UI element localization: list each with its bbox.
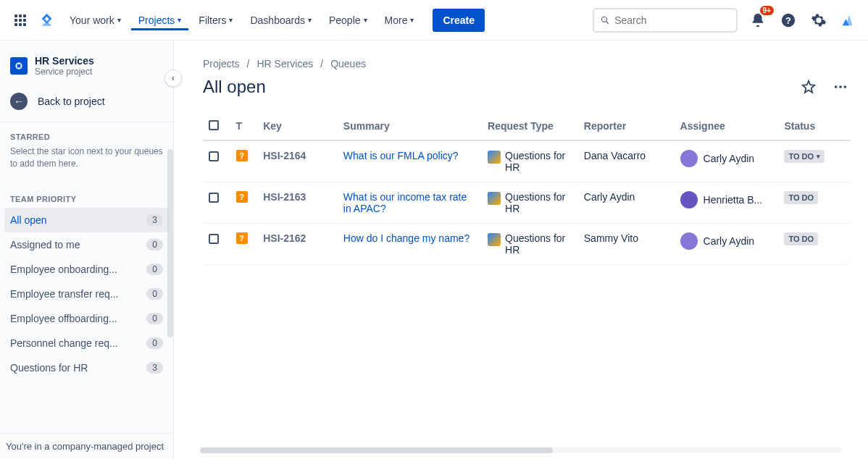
issue-summary-link[interactable]: What is our FMLA policy?: [343, 150, 459, 161]
sidebar: ‹ HR Services Service project ← Back to …: [0, 41, 174, 459]
queue-count: 0: [146, 337, 163, 349]
assignee-cell: Carly Aydin: [680, 232, 773, 250]
assignee-name: Carly Aydin: [704, 153, 755, 164]
reporter-name: Sammy Vito: [584, 232, 638, 244]
scrollbar-thumb[interactable]: [200, 447, 553, 453]
issue-summary-link[interactable]: How do I change my name?: [343, 232, 470, 244]
column-header-status[interactable]: Status: [778, 114, 851, 140]
search-box[interactable]: [593, 8, 738, 33]
star-button[interactable]: [798, 77, 819, 97]
table-row[interactable]: ?HSI-2162How do I change my name?Questio…: [203, 224, 851, 265]
queue-employee-offboarding[interactable]: Employee offboarding... 0: [0, 306, 173, 331]
back-to-project-button[interactable]: ← Back to project: [0, 85, 173, 122]
starred-section-title: STARRED: [0, 122, 173, 146]
arrow-left-icon: ←: [10, 93, 28, 110]
nav-people[interactable]: People ▾: [322, 10, 375, 30]
column-header-request-type[interactable]: Request Type: [482, 114, 578, 140]
nav-dashboards[interactable]: Dashboards ▾: [243, 10, 319, 30]
chevron-down-icon: ▾: [817, 153, 820, 160]
gear-icon: [811, 12, 827, 28]
page-header: All open: [203, 77, 851, 97]
issue-key[interactable]: HSI-2162: [263, 232, 306, 244]
sidebar-scrollbar[interactable]: [167, 149, 173, 337]
status-lozenge[interactable]: TO DO: [784, 191, 818, 204]
row-checkbox[interactable]: [209, 234, 219, 244]
column-header-reporter[interactable]: Reporter: [578, 114, 675, 140]
chevron-down-icon: ▾: [178, 16, 181, 24]
nav-projects[interactable]: Projects ▾: [131, 10, 189, 30]
queue-label: Questions for HR: [10, 362, 88, 374]
project-type: Service project: [35, 67, 94, 77]
queue-count: 0: [146, 288, 163, 300]
row-checkbox[interactable]: [209, 193, 219, 203]
request-type: Questions for HR: [488, 191, 572, 214]
help-button[interactable]: ?: [778, 10, 798, 30]
nav-more[interactable]: More ▾: [377, 10, 422, 30]
select-all-checkbox[interactable]: [209, 120, 219, 130]
svg-point-0: [601, 17, 606, 22]
svg-point-8: [844, 85, 847, 88]
nav-your-work[interactable]: Your work ▾: [62, 10, 128, 30]
breadcrumb-separator: /: [320, 58, 323, 70]
avatar: [680, 150, 698, 167]
chevron-down-icon: ▾: [117, 16, 121, 24]
nav-filters[interactable]: Filters ▾: [191, 10, 240, 30]
more-actions-button[interactable]: [830, 77, 851, 97]
queue-employee-transfer[interactable]: Employee transfer req... 0: [0, 282, 173, 306]
queue-table: T Key Summary Request Type Reporter Assi…: [203, 114, 851, 265]
svg-line-1: [606, 21, 609, 23]
create-button[interactable]: Create: [433, 9, 485, 32]
reporter-name: Carly Aydin: [584, 191, 635, 203]
issue-key[interactable]: HSI-2164: [263, 150, 306, 161]
jira-logo-icon[interactable]: [39, 12, 55, 28]
queue-all-open[interactable]: All open 3: [4, 208, 169, 232]
queue-count: 0: [146, 239, 163, 250]
more-horizontal-icon: [832, 79, 848, 95]
atlassian-button[interactable]: [839, 10, 859, 30]
column-header-type[interactable]: T: [230, 114, 258, 140]
request-type-icon: [488, 233, 501, 246]
horizontal-scrollbar[interactable]: [200, 447, 842, 453]
queue-count: 0: [146, 313, 163, 324]
table-header-row: T Key Summary Request Type Reporter Assi…: [203, 114, 851, 140]
team-priority-title: TEAM PRIORITY: [0, 185, 173, 208]
breadcrumb-projects[interactable]: Projects: [203, 58, 240, 70]
column-header-key[interactable]: Key: [257, 114, 338, 140]
search-input[interactable]: [614, 14, 730, 26]
issue-summary-link[interactable]: What is our income tax rate in APAC?: [343, 191, 467, 214]
svg-point-6: [835, 85, 838, 88]
status-lozenge[interactable]: TO DO ▾: [784, 150, 825, 163]
table-row[interactable]: ?HSI-2163What is our income tax rate in …: [203, 182, 851, 224]
settings-button[interactable]: [809, 10, 829, 30]
svg-point-7: [839, 85, 842, 88]
top-navigation: Your work ▾ Projects ▾ Filters ▾ Dashboa…: [0, 0, 868, 41]
request-type: Questions for HR: [488, 232, 572, 256]
status-lozenge[interactable]: TO DO: [784, 232, 818, 245]
nav-left-group: Your work ▾ Projects ▾ Filters ▾ Dashboa…: [9, 9, 485, 32]
queue-count: 3: [146, 214, 163, 226]
queue-questions-for-hr[interactable]: Questions for HR 3: [0, 355, 173, 380]
notifications-button[interactable]: 9+: [748, 10, 768, 30]
request-type-label: Questions for HR: [505, 232, 572, 256]
queue-personnel-change[interactable]: Personnel change req... 0: [0, 331, 173, 355]
column-header-assignee[interactable]: Assignee: [675, 114, 779, 140]
queue-assigned-to-me[interactable]: Assigned to me 0: [0, 232, 173, 257]
assignee-cell: Carly Aydin: [680, 150, 773, 167]
row-checkbox[interactable]: [209, 151, 219, 161]
app-switcher-icon[interactable]: [9, 9, 32, 32]
issue-key[interactable]: HSI-2163: [263, 191, 306, 203]
issue-type-icon: ?: [236, 232, 248, 244]
chevron-down-icon: ▾: [364, 16, 367, 24]
column-header-summary[interactable]: Summary: [338, 114, 482, 140]
svg-rect-5: [17, 64, 21, 68]
atlassian-icon: [841, 12, 857, 28]
queue-label: Employee offboarding...: [10, 313, 117, 324]
breadcrumb-hr-services[interactable]: HR Services: [256, 58, 313, 70]
table-row[interactable]: ?HSI-2164What is our FMLA policy?Questio…: [203, 140, 851, 182]
starred-help-text: Select the star icon next to your queues…: [0, 146, 173, 170]
queue-employee-onboarding[interactable]: Employee onboarding... 0: [0, 257, 173, 282]
sidebar-footer: You're in a company-managed project: [0, 433, 173, 459]
request-type-label: Questions for HR: [505, 150, 572, 173]
breadcrumb-queues[interactable]: Queues: [330, 58, 366, 70]
assignee-cell: Henrietta B...: [680, 191, 773, 209]
